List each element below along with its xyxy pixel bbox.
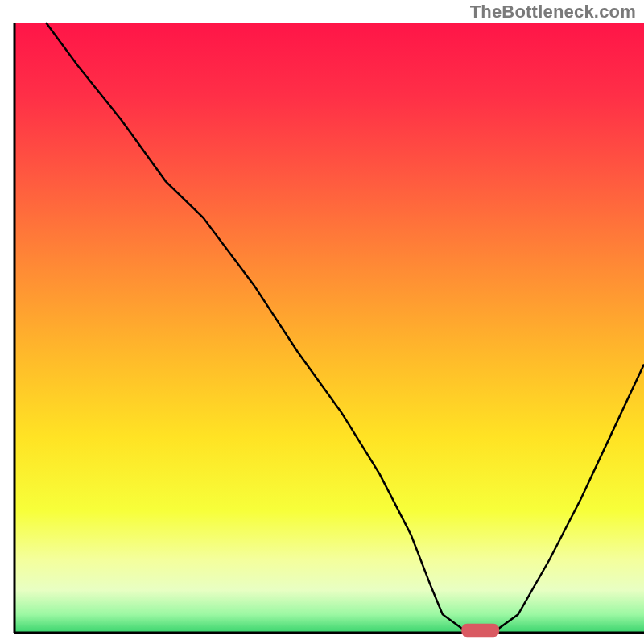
bottleneck-chart [0,0,644,644]
plot-background [14,23,644,633]
chart-container: TheBottleneck.com [0,0,644,644]
optimal-marker [461,624,499,638]
